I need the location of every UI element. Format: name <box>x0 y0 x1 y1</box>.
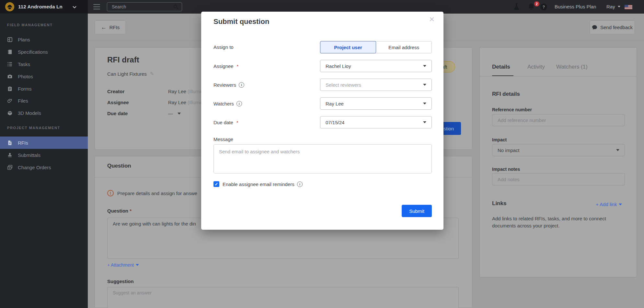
reviewers-select[interactable]: Select reviewers <box>320 79 432 91</box>
impact-notes-label: Impact notes <box>492 167 520 172</box>
page-title: RFI draft <box>107 55 139 64</box>
sidebar-item-label: Specifications <box>18 49 48 55</box>
rfi-subtitle-row: Can Light Fixtures ✎ <box>107 71 154 77</box>
sidebar-item-photos[interactable]: Photos <box>0 70 88 82</box>
sidebar-nav: FIELD MANAGEMENT Plans Specifications Ta… <box>0 14 88 308</box>
warning-icon: ! <box>107 190 114 196</box>
global-search <box>107 2 182 11</box>
question-field-label: Question * <box>107 208 132 214</box>
search-icon[interactable] <box>173 4 178 9</box>
help-icon[interactable]: ? <box>540 4 547 10</box>
sidebar-item-change-orders[interactable]: Change Orders <box>0 161 88 173</box>
required-asterisk: * <box>236 120 238 125</box>
reminders-label: Enable assignee email reminders <box>223 182 294 187</box>
project-switcher[interactable]: 112 Andromeda Ln <box>0 0 88 14</box>
specifications-icon <box>7 49 13 55</box>
sidebar-item-label: Plans <box>18 37 30 42</box>
sidebar-item-label: Photos <box>18 74 33 79</box>
add-attachment-link[interactable]: + Attachment <box>107 262 139 268</box>
impact-select[interactable]: No impact <box>492 144 625 156</box>
notifications-bell-icon[interactable] <box>528 3 535 11</box>
project-management-section-label: PROJECT MANAGEMENT <box>7 126 60 130</box>
links-description: Add links to related RFIs, tasks, and mo… <box>492 215 626 229</box>
assign-to-toggle: Project user Email address <box>320 41 432 53</box>
reviewers-label: Reviewers i <box>213 82 244 88</box>
sidebar-item-plans[interactable]: Plans <box>0 33 88 46</box>
due-date-label: Due date* <box>213 120 238 125</box>
caret-down-icon <box>423 103 426 104</box>
assignee-reminders-checkbox[interactable]: ✓ <box>213 181 219 187</box>
caret-down-icon <box>616 149 619 151</box>
suggestion-textarea[interactable] <box>108 287 458 308</box>
info-icon[interactable]: i <box>239 82 244 88</box>
meta-value: Ray Lee (Illumin <box>168 100 203 105</box>
meta-label: Due date <box>107 111 128 116</box>
feedback-button-label: Send feedback <box>600 25 633 30</box>
assignee-label: Assignee* <box>213 63 238 69</box>
chevron-down-icon <box>73 5 76 9</box>
sidebar-item-files[interactable]: Files <box>0 94 88 107</box>
caret-down-icon <box>178 113 181 115</box>
app-screen: 112 Andromeda Ln 2 ? Business Plus Plan … <box>0 0 644 308</box>
sidebar-item-forms[interactable]: Forms <box>0 82 88 95</box>
message-textarea[interactable] <box>214 145 431 173</box>
reference-number-input[interactable] <box>492 115 625 126</box>
meta-value: Ray Lee (Illumin <box>168 89 203 94</box>
impact-notes-input[interactable] <box>492 173 625 185</box>
field-management-section-label: FIELD MANAGEMENT <box>7 23 52 27</box>
due-date-select[interactable]: 07/15/24 <box>320 116 432 128</box>
menu-toggle-button[interactable] <box>93 4 100 9</box>
add-link-button[interactable]: + Add link <box>596 202 622 207</box>
tab-watchers[interactable]: Watchers (1) <box>556 64 588 70</box>
sidebar-item-label: 3D Models <box>18 110 41 116</box>
speech-bubble-icon <box>592 25 597 30</box>
caret-down-icon <box>136 264 139 266</box>
watchers-value: Ray Lee <box>326 101 344 106</box>
back-button-label: RFIs <box>109 25 120 30</box>
search-input[interactable] <box>112 4 173 9</box>
suggestion-field <box>107 287 459 308</box>
sidebar-item-submittals[interactable]: Submittals <box>0 149 88 161</box>
watchers-label: Watchers i <box>213 101 242 106</box>
meta-label: Creator <box>107 89 124 94</box>
info-icon[interactable]: i <box>297 182 303 187</box>
company-logo <box>5 2 14 11</box>
divider <box>480 76 637 76</box>
edit-pencil-icon[interactable]: ✎ <box>150 71 154 77</box>
tasks-icon <box>7 61 13 67</box>
modal-title: Submit question <box>213 17 269 26</box>
sidebar-item-specifications[interactable]: Specifications <box>0 46 88 58</box>
reference-number-field <box>492 114 625 126</box>
labs-flask-icon[interactable] <box>514 3 519 11</box>
info-icon[interactable]: i <box>236 101 242 106</box>
sidebar-item-label: Change Orders <box>18 165 51 170</box>
assignee-select[interactable]: Rachel Lioy <box>320 60 432 72</box>
back-to-rfis-button[interactable]: ← RFIs <box>95 20 126 34</box>
send-feedback-button[interactable]: Send feedback <box>590 20 635 34</box>
toggle-project-user[interactable]: Project user <box>320 41 376 53</box>
user-name: Ray <box>606 4 615 9</box>
rfi-document-icon <box>7 140 13 146</box>
sidebar-item-rfis[interactable]: RFIs <box>0 137 88 149</box>
rfi-details-heading: RFI details <box>492 91 520 97</box>
due-date-value[interactable]: — <box>168 111 181 116</box>
impact-value: No impact <box>498 148 520 153</box>
warning-text: Prepare details and assign for answe <box>117 191 197 196</box>
tab-activity[interactable]: Activity <box>527 64 545 70</box>
reminders-label-row: Enable assignee email reminders i <box>223 182 303 187</box>
language-flag-icon[interactable] <box>625 5 632 9</box>
close-icon[interactable]: ✕ <box>428 16 436 23</box>
sidebar-item-label: Tasks <box>18 61 30 67</box>
stamp-icon <box>7 152 13 158</box>
sidebar-item-tasks[interactable]: Tasks <box>0 58 88 70</box>
change-orders-icon <box>7 165 13 170</box>
user-menu[interactable]: Ray <box>606 4 620 9</box>
watchers-select[interactable]: Ray Lee <box>320 97 432 110</box>
tab-details[interactable]: Details <box>492 64 510 70</box>
caret-down-icon <box>423 65 426 67</box>
toggle-email-address[interactable]: Email address <box>376 41 431 53</box>
forms-icon <box>7 86 13 92</box>
caret-down-icon <box>619 204 622 205</box>
submit-button[interactable]: Submit <box>402 205 432 217</box>
sidebar-item-3d-models[interactable]: 3D Models <box>0 107 88 119</box>
